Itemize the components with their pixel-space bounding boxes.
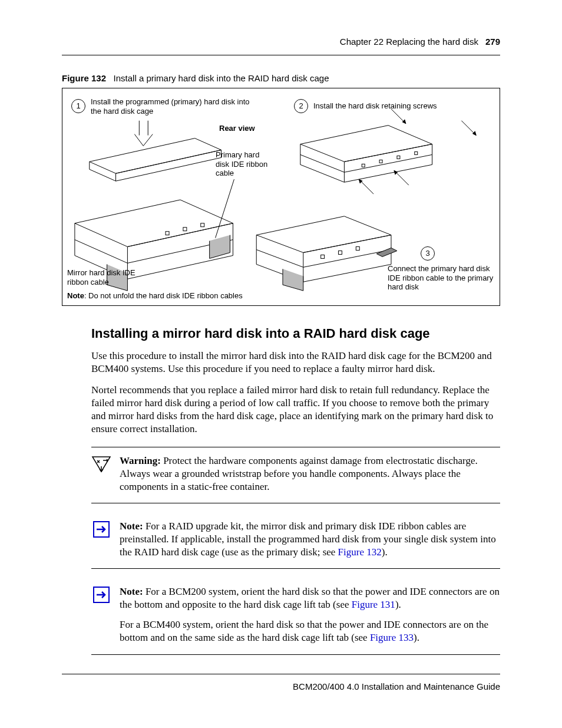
warning-icon — [91, 454, 111, 493]
page-container: Chapter 22 Replacing the hard disk 279 F… — [0, 0, 562, 728]
chapter-title: Chapter 22 Replacing the hard disk — [340, 37, 478, 47]
step-3-label: Connect the primary hard disk IDE ribbon… — [388, 264, 494, 292]
note-callout-2: Note: For a BCM200 system, orient the ha… — [91, 578, 500, 654]
step-2-label: Install the hard disk retaining screws — [313, 101, 467, 111]
figure-caption-text: Install a primary hard disk into the RAI… — [114, 73, 329, 83]
figure-note-bold: Note — [67, 291, 84, 300]
note-callout-1: Note: For a RAID upgrade kit, the mirror… — [91, 513, 500, 569]
figure-133-link[interactable]: Figure 133 — [370, 632, 414, 643]
note-1-body-b: ). — [382, 546, 388, 558]
svg-rect-13 — [338, 251, 342, 255]
mirror-cable-label: Mirror hard disk IDE ribbon cable — [67, 268, 144, 286]
section-heading: Installing a mirror hard disk into a RAI… — [91, 326, 500, 341]
step-2-marker: 2 — [294, 99, 308, 113]
figure-note: Note: Do not unfold the hard disk IDE ri… — [67, 291, 243, 301]
note-2-text: Note: For a BCM200 system, orient the ha… — [120, 585, 500, 644]
step-3-marker: 3 — [421, 246, 435, 261]
note-arrow-icon — [91, 520, 111, 559]
note-2-p2a: For a BCM400 system, orient the hard dis… — [120, 619, 488, 643]
warning-bold: Warning: — [120, 455, 161, 466]
paragraph-2: Nortel recommends that you replace a fai… — [91, 384, 500, 436]
note-2-p1a: For a BCM200 system, orient the hard dis… — [120, 586, 500, 610]
warning-callout: Warning: Protect the hardware components… — [91, 447, 500, 503]
warning-text: Warning: Protect the hardware components… — [120, 454, 500, 493]
svg-rect-6 — [397, 156, 400, 159]
svg-line-3 — [216, 179, 234, 238]
body-text: Use this procedure to install the mirror… — [91, 350, 500, 436]
svg-rect-5 — [379, 160, 382, 163]
note-1-bold: Note: — [120, 521, 143, 532]
svg-rect-12 — [321, 255, 325, 258]
figure-131-link[interactable]: Figure 131 — [352, 599, 395, 610]
page-footer: BCM200/400 4.0 Installation and Maintena… — [62, 674, 500, 691]
rear-view-label: Rear view — [219, 124, 255, 133]
figure-132-link[interactable]: Figure 132 — [338, 546, 382, 558]
svg-rect-14 — [356, 247, 359, 251]
note-arrow-icon — [91, 585, 111, 644]
step-1-marker: 1 — [71, 99, 85, 113]
page-header: Chapter 22 Replacing the hard disk 279 — [62, 37, 500, 55]
figure-note-text: : Do not unfold the hard disk IDE ribbon… — [84, 291, 243, 300]
figure-box: 1 Install the programmed (primary) hard … — [62, 88, 500, 306]
page-number: 279 — [485, 37, 500, 47]
figure-label: Figure 132 — [62, 73, 106, 83]
note-2-p1b: ). — [395, 599, 401, 610]
note-2-p2b: ). — [414, 632, 419, 643]
primary-cable-label: Primary hard disk IDE ribbon cable — [216, 150, 269, 178]
note-2-bold: Note: — [120, 586, 143, 597]
svg-rect-4 — [362, 164, 365, 167]
step-1-label: Install the programmed (primary) hard di… — [91, 97, 256, 116]
note-1-body-a: For a RAID upgrade kit, the mirror disk … — [120, 521, 496, 558]
paragraph-1: Use this procedure to install the mirror… — [91, 350, 500, 375]
note-1-text: Note: For a RAID upgrade kit, the mirror… — [120, 520, 500, 559]
figure-caption: Figure 132 Install a primary hard disk i… — [62, 73, 500, 83]
svg-rect-7 — [415, 151, 418, 154]
warning-body: Protect the hardware components against … — [120, 455, 478, 492]
